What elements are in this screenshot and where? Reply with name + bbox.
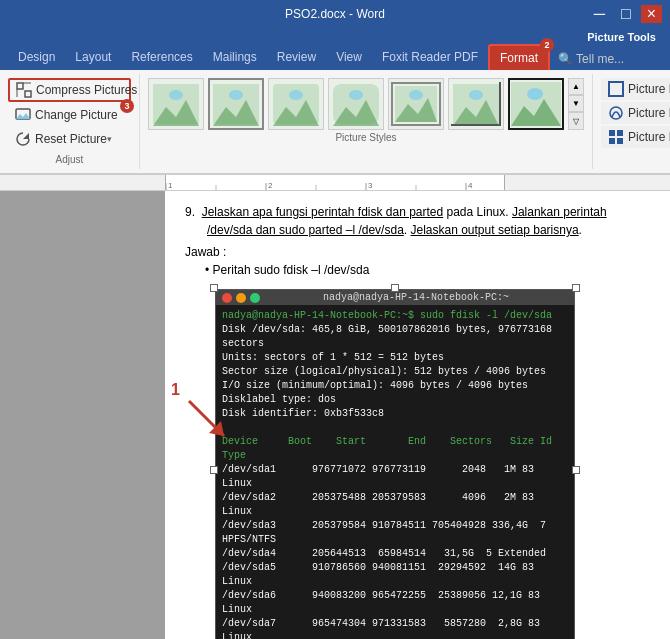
- style-thumb-2[interactable]: [208, 78, 264, 130]
- sidebar-left: [0, 191, 165, 639]
- term-line-1: Disk /dev/sda: 465,8 GiB, 500107862016 b…: [222, 323, 568, 351]
- gallery-scroll-up[interactable]: ▲: [568, 78, 584, 95]
- tell-me-button[interactable]: 🔍 Tell me...: [550, 48, 632, 70]
- svg-text:3: 3: [368, 181, 373, 190]
- picture-layout-button[interactable]: Picture Layout ▾: [601, 126, 670, 148]
- reset-icon: [15, 131, 31, 147]
- tab-references[interactable]: References: [121, 44, 202, 70]
- terminal-title: nadya@nadya-HP-14-Notebook-PC:~: [264, 292, 568, 303]
- svg-rect-12: [229, 90, 243, 100]
- term-line-12: /dev/sda4 205644513 65984514 31,5G 5 Ext…: [222, 547, 568, 561]
- annotation-arrow: 1: [179, 391, 239, 456]
- svg-rect-35: [609, 138, 615, 144]
- svg-rect-21: [409, 90, 423, 100]
- style-thumb-4[interactable]: [328, 78, 384, 130]
- ribbon-tabs: Design Layout References Mailings Review…: [0, 44, 670, 70]
- handle-tr[interactable]: [572, 284, 580, 292]
- reset-dropdown-icon[interactable]: ▾: [107, 134, 112, 144]
- annotation-1: 1: [171, 381, 180, 399]
- svg-rect-33: [609, 130, 615, 136]
- picture-styles-label: Picture Styles: [148, 132, 584, 143]
- change-picture-button[interactable]: Change Picture 3: [8, 104, 131, 126]
- term-line-5: Disklabel type: dos: [222, 393, 568, 407]
- tab-design[interactable]: Design: [8, 44, 65, 70]
- adjust-section: Compress Pictures Change Picture 3 Reset…: [0, 74, 140, 169]
- question-9: 9. Jelaskan apa fungsi perintah fdisk da…: [185, 203, 650, 239]
- style-thumb-6[interactable]: [448, 78, 504, 130]
- picture-tools-label: Picture Tools: [581, 30, 662, 44]
- handle-tl[interactable]: [210, 284, 218, 292]
- minimize-button[interactable]: ─: [588, 5, 611, 23]
- tab-layout[interactable]: Layout: [65, 44, 121, 70]
- tab-mailings[interactable]: Mailings: [203, 44, 267, 70]
- svg-rect-36: [617, 138, 623, 144]
- term-line-11: /dev/sda3 205379584 910784511 705404928 …: [222, 519, 568, 547]
- gallery-scroll: ▲ ▼ ▽: [568, 78, 584, 130]
- handle-ml[interactable]: [210, 466, 218, 474]
- svg-rect-0: [17, 83, 23, 89]
- style-thumb-7[interactable]: [508, 78, 564, 130]
- q9-text: 9. Jelaskan apa fungsi perintah fdisk da…: [185, 205, 607, 219]
- tab-foxit[interactable]: Foxit Reader PDF: [372, 44, 488, 70]
- style-thumb-1[interactable]: [148, 78, 204, 130]
- gallery-scroll-down[interactable]: ▼: [568, 95, 584, 112]
- terminal-body: nadya@nadya-HP-14-Notebook-PC:~$ sudo fd…: [216, 305, 574, 639]
- tab-view[interactable]: View: [326, 44, 372, 70]
- tab-format[interactable]: Format 2: [488, 44, 550, 70]
- picture-styles-gallery: ▲ ▼ ▽: [148, 78, 584, 130]
- change-picture-badge: 3: [120, 99, 134, 113]
- terminal-container: nadya@nadya-HP-14-Notebook-PC:~ nadya@na…: [215, 289, 575, 639]
- term-line-15: /dev/sda7 965474304 971331583 5857280 2,…: [222, 617, 568, 639]
- doc-page: NESABAMEDIA 9. Jelaskan apa fungsi perin…: [165, 191, 670, 639]
- bullet-item: • Peritah sudo fdisk –l /dev/sda: [205, 263, 650, 277]
- ruler: 1 2 3 4 5: [0, 175, 670, 191]
- maximize-button[interactable]: □: [615, 5, 637, 23]
- svg-rect-30: [527, 88, 543, 100]
- term-line-6: Disk identifier: 0xb3f533c8: [222, 407, 568, 421]
- term-maximize[interactable]: [250, 293, 260, 303]
- compress-pictures-button[interactable]: Compress Pictures: [8, 78, 131, 102]
- term-line-4: I/O size (minimum/optimal): 4096 bytes /…: [222, 379, 568, 393]
- term-line-2: Units: sectors of 1 * 512 = 512 bytes: [222, 351, 568, 365]
- doc-area: NESABAMEDIA 9. Jelaskan apa fungsi perin…: [0, 191, 670, 639]
- svg-text:4: 4: [468, 181, 473, 190]
- term-close[interactable]: [222, 293, 232, 303]
- svg-rect-1: [25, 91, 31, 97]
- handle-tc[interactable]: [391, 284, 399, 292]
- term-line-9: /dev/sda1 976771072 976773119 2048 1M 83…: [222, 463, 568, 491]
- svg-text:2: 2: [268, 181, 273, 190]
- terminal-window: nadya@nadya-HP-14-Notebook-PC:~ nadya@na…: [215, 289, 575, 639]
- term-minimize[interactable]: [236, 293, 246, 303]
- gallery-expand[interactable]: ▽: [568, 112, 584, 130]
- term-line-10: /dev/sda2 205375488 205379583 4096 2M 83…: [222, 491, 568, 519]
- adjust-label: Adjust: [8, 150, 131, 165]
- term-line-7: [222, 421, 568, 435]
- q9-text2: /dev/sda dan sudo parted –l /dev/sda. Je…: [185, 221, 650, 239]
- tab-review[interactable]: Review: [267, 44, 326, 70]
- picture-border-button[interactable]: Picture Border ▾: [601, 78, 670, 100]
- style-thumb-3[interactable]: [268, 78, 324, 130]
- terminal-titlebar: nadya@nadya-HP-14-Notebook-PC:~: [216, 290, 574, 305]
- svg-point-32: [610, 107, 622, 119]
- reset-picture-button[interactable]: Reset Picture ▾: [8, 128, 131, 150]
- change-picture-icon: [15, 107, 31, 123]
- term-line-0: nadya@nadya-HP-14-Notebook-PC:~$ sudo fd…: [222, 309, 568, 323]
- svg-marker-5: [16, 113, 30, 119]
- style-thumb-5[interactable]: [388, 78, 444, 130]
- term-line-3: Sector size (logical/physical): 512 byte…: [222, 365, 568, 379]
- format-badge: 2: [540, 38, 554, 52]
- border-icon: [608, 81, 624, 97]
- term-line-13: /dev/sda5 910786560 940081151 29294592 1…: [222, 561, 568, 589]
- picture-styles-section: ▲ ▼ ▽ Picture Styles: [140, 74, 593, 169]
- close-button[interactable]: ×: [641, 5, 662, 23]
- svg-rect-25: [469, 90, 483, 100]
- picture-effects-button[interactable]: Picture Effects - ▾: [601, 102, 670, 124]
- term-line-14: /dev/sda6 940083200 965472255 25389056 1…: [222, 589, 568, 617]
- svg-rect-34: [617, 130, 623, 136]
- handle-mr[interactable]: [572, 466, 580, 474]
- svg-text:1: 1: [168, 181, 173, 190]
- title-bar: PSO2.docx - Word ─ □ ×: [0, 0, 670, 28]
- svg-rect-9: [169, 90, 183, 100]
- ruler-inner: 1 2 3 4 5: [165, 175, 505, 190]
- svg-marker-6: [23, 133, 29, 139]
